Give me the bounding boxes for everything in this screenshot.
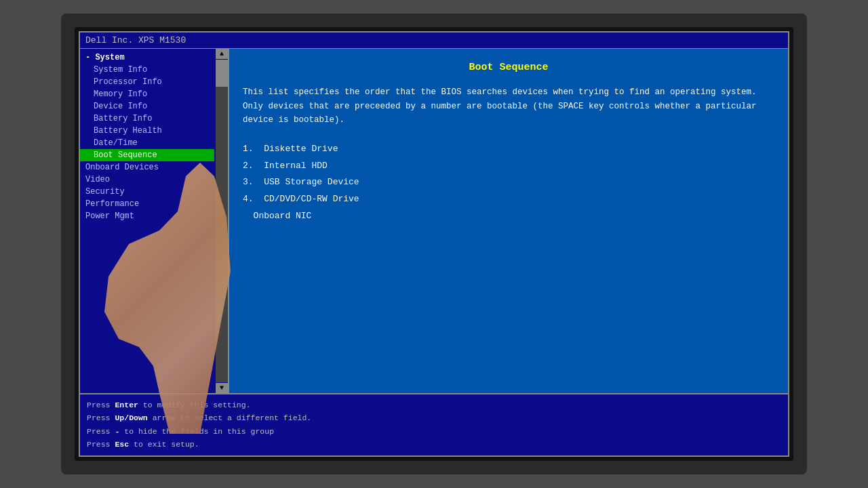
boot-item-2-label: Internal HDD xyxy=(264,161,328,171)
title-bar: Dell Inc. XPS M1530 xyxy=(80,33,788,49)
sidebar-item-datetime[interactable]: Date/Time xyxy=(80,137,214,149)
sidebar-item-processor-info[interactable]: Processor Info xyxy=(80,76,214,88)
status-bar: Press Enter to modify this setting. Pres… xyxy=(80,393,788,455)
main-area: - System System Info Processor Info Memo… xyxy=(80,49,788,393)
boot-item-3[interactable]: 3. USB Storage Device xyxy=(243,174,774,191)
sidebar: - System System Info Processor Info Memo… xyxy=(80,49,229,393)
sidebar-item-system[interactable]: - System xyxy=(80,52,214,64)
key-updown: Up/Down xyxy=(115,413,147,422)
sidebar-scroll-up[interactable]: ▲ xyxy=(216,49,228,59)
status-line-1: Press Enter to modify this setting. xyxy=(87,399,781,412)
title-bar-text: Dell Inc. XPS M1530 xyxy=(85,35,186,45)
boot-item-5-label: Onboard NIC xyxy=(254,211,312,221)
sidebar-item-memory-info[interactable]: Memory Info xyxy=(80,88,214,100)
sidebar-item-onboard-devices[interactable]: Onboard Devices xyxy=(80,161,214,174)
content-title: Boot Sequence xyxy=(243,60,774,76)
sidebar-item-battery-health[interactable]: Battery Health xyxy=(80,125,214,137)
bios-container: Dell Inc. XPS M1530 - System System Info xyxy=(79,31,789,457)
boot-item-4[interactable]: 4. CD/DVD/CD-RW Drive xyxy=(243,191,774,208)
sidebar-thumb[interactable] xyxy=(216,60,228,87)
sidebar-item-power-mgmt[interactable]: Power Mgmt xyxy=(80,210,214,222)
sidebar-item-device-info[interactable]: Device Info xyxy=(80,100,214,113)
content-description: This list specifies the order that the B… xyxy=(243,85,774,127)
sidebar-scroll-down[interactable]: ▼ xyxy=(216,383,228,393)
boot-item-5[interactable]: Onboard NIC xyxy=(243,208,774,225)
sidebar-track xyxy=(216,60,228,382)
key-esc: Esc xyxy=(115,440,129,449)
key-enter: Enter xyxy=(115,401,138,409)
boot-item-3-label: USB Storage Device xyxy=(264,177,359,187)
boot-item-1[interactable]: 1. Diskette Drive xyxy=(243,141,774,158)
screen-bezel: Dell Inc. XPS M1530 - System System Info xyxy=(75,27,793,461)
boot-item-2-num: 2. xyxy=(243,161,254,171)
sidebar-item-video[interactable]: Video xyxy=(80,174,214,186)
sidebar-item-battery-info[interactable]: Battery Info xyxy=(80,113,214,125)
content-panel: Boot Sequence This list specifies the or… xyxy=(229,49,788,393)
sidebar-item-boot-sequence[interactable]: Boot Sequence xyxy=(80,149,214,161)
boot-item-4-num: 4. xyxy=(243,194,254,204)
status-line-4: Press Esc to exit setup. xyxy=(87,438,781,451)
boot-list: 1. Diskette Drive 2. Internal HDD 3. USB… xyxy=(243,141,774,225)
sidebar-item-system-info[interactable]: System Info xyxy=(80,64,214,76)
status-line-3: Press - to hide the fields in this group xyxy=(87,425,781,439)
sidebar-item-performance[interactable]: Performance xyxy=(80,198,214,210)
key-dash: - xyxy=(115,427,119,436)
status-line-2: Press Up/Down arrow to select a differen… xyxy=(87,411,781,425)
boot-item-4-label: CD/DVD/CD-RW Drive xyxy=(264,194,359,204)
sidebar-items: - System System Info Processor Info Memo… xyxy=(80,49,228,393)
sidebar-item-security[interactable]: Security xyxy=(80,186,214,198)
boot-item-2[interactable]: 2. Internal HDD xyxy=(243,158,774,175)
laptop-outer: Dell Inc. XPS M1530 - System System Info xyxy=(61,14,807,474)
boot-item-3-num: 3. xyxy=(243,177,254,187)
boot-item-1-label: Diskette Drive xyxy=(264,144,338,154)
boot-item-1-num: 1. xyxy=(243,144,254,154)
